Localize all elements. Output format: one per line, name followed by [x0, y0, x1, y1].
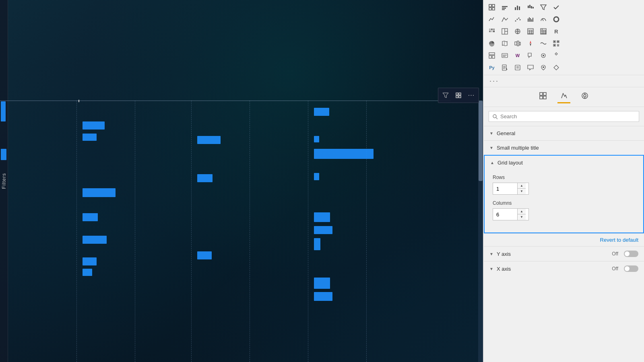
svg-rect-69	[557, 45, 559, 46]
toolbar-icon-mapbox[interactable]	[538, 62, 549, 73]
general-header[interactable]: ▼ General	[484, 126, 644, 140]
x-axis-toggle-thumb	[625, 266, 630, 271]
bar	[83, 236, 107, 244]
svg-rect-34	[489, 31, 491, 32]
svg-marker-19	[541, 5, 546, 10]
svg-marker-59	[530, 41, 531, 43]
reference-line	[0, 101, 451, 101]
toolbar-icon-qa[interactable]	[525, 50, 536, 61]
bar	[83, 269, 92, 276]
svg-rect-83	[515, 65, 520, 70]
toolbar-icon-funnel[interactable]	[538, 2, 549, 13]
chart-scrollbar[interactable]	[478, 101, 483, 362]
grid-layout-header[interactable]: ▲ Grid layout	[485, 156, 643, 170]
toolbar-icon-comment[interactable]	[525, 62, 536, 73]
more-chart-btn[interactable]: ···	[465, 89, 477, 101]
svg-rect-67	[557, 44, 558, 45]
tab-analytics[interactable]	[578, 90, 591, 103]
y-axis-label: Y axis	[497, 251, 609, 257]
r-icon-label: R	[554, 29, 558, 35]
toolbar-icon-line[interactable]	[486, 14, 497, 25]
toolbar-icon-qr[interactable]	[551, 38, 562, 49]
rows-decrement[interactable]: ▼	[518, 189, 526, 194]
toolbar-icon-choropleth[interactable]	[499, 38, 510, 49]
toolbar-icon-shapemap[interactable]	[512, 38, 523, 49]
svg-marker-60	[530, 43, 531, 46]
svg-rect-58	[519, 42, 520, 45]
icon-toolbar: R	[484, 0, 644, 75]
layout-chart-btn[interactable]	[452, 89, 464, 101]
toolbar-icon-paginated[interactable]	[499, 62, 510, 73]
toolbar-icon-compass[interactable]	[525, 38, 536, 49]
toolbar-icon-scatter[interactable]	[512, 14, 523, 25]
toolbar-icon-pie[interactable]	[486, 38, 497, 49]
small-multiple-title-label: Small multiple title	[497, 145, 539, 151]
toolbar-icon-histogram[interactable]	[525, 14, 536, 25]
svg-rect-35	[491, 31, 493, 32]
tab-fields[interactable]	[537, 90, 549, 103]
toolbar-icon-wave[interactable]	[538, 38, 549, 49]
y-axis-toggle[interactable]	[624, 251, 638, 257]
toolbar-icon-column[interactable]	[512, 2, 523, 13]
bar	[83, 121, 105, 130]
toolbar-icon-r[interactable]: R	[551, 26, 562, 37]
svg-point-86	[543, 66, 544, 68]
toolbar-icon-bar[interactable]	[499, 2, 510, 13]
toolbar-icon-powerapps[interactable]: W	[512, 50, 523, 61]
revert-button[interactable]: Revert to default	[484, 234, 644, 246]
columns-input[interactable]	[493, 209, 517, 220]
toolbar-icon-mountain[interactable]	[499, 14, 510, 25]
toolbar-icon-matrix[interactable]	[538, 26, 549, 37]
bar	[314, 238, 320, 250]
toolbar-icon-diamond[interactable]	[551, 62, 562, 73]
columns-increment[interactable]: ▲	[518, 209, 526, 214]
toolbar-icon-smartnarr[interactable]	[499, 50, 510, 61]
scrollbar-thumb[interactable]	[479, 101, 483, 181]
toolbar-icon-heatmap[interactable]	[486, 26, 497, 37]
x-axis-section[interactable]: ▼ X axis Off	[484, 261, 644, 276]
small-multiple-title-section: ▼ Small multiple title	[484, 140, 644, 155]
rows-increment[interactable]: ▲	[518, 183, 526, 189]
svg-rect-70	[489, 53, 495, 55]
columns-decrement[interactable]: ▼	[518, 214, 526, 220]
toolbar-icon-waterfall[interactable]	[525, 2, 536, 13]
svg-point-30	[554, 17, 559, 22]
columns-label: Columns	[493, 200, 635, 206]
toolbar-icon-kpi[interactable]	[486, 50, 497, 61]
bar	[1, 149, 6, 160]
bar	[83, 257, 97, 265]
svg-rect-4	[459, 96, 461, 98]
toolbar-icon-table2[interactable]	[525, 26, 536, 37]
bar	[314, 173, 319, 180]
small-multiple-title-header[interactable]: ▼ Small multiple title	[484, 141, 644, 155]
svg-rect-9	[502, 6, 508, 7]
toolbar-icon-map[interactable]	[512, 26, 523, 37]
svg-rect-68	[558, 44, 559, 45]
grid-col-2	[135, 101, 135, 362]
svg-line-97	[496, 117, 497, 119]
grid-col-3	[191, 101, 192, 362]
svg-rect-33	[493, 29, 495, 30]
pa-icon-label: W	[516, 53, 520, 58]
general-label: General	[497, 130, 515, 136]
toolbar-icon-ring[interactable]	[551, 14, 562, 25]
toolbar-icon-word[interactable]	[512, 62, 523, 73]
search-input[interactable]	[500, 113, 636, 119]
svg-point-93	[584, 95, 586, 97]
x-axis-label: X axis	[497, 266, 609, 272]
svg-rect-62	[554, 41, 555, 42]
toolbar-icon-arcgis[interactable]	[538, 50, 549, 61]
toolbar-icon-treemap[interactable]	[499, 26, 510, 37]
rows-input[interactable]	[493, 183, 517, 194]
svg-rect-8	[492, 8, 495, 10]
rows-spinner: ▲ ▼	[517, 183, 526, 194]
toolbar-icon-check[interactable]	[551, 2, 562, 13]
toolbar-icon-python[interactable]: Py	[486, 62, 497, 73]
filter-chart-btn[interactable]	[440, 89, 452, 101]
toolbar-icon-gauge[interactable]	[538, 14, 549, 25]
toolbar-icon-table[interactable]	[486, 2, 497, 13]
x-axis-toggle[interactable]	[624, 265, 638, 272]
y-axis-section[interactable]: ▼ Y axis Off	[484, 246, 644, 261]
tab-format[interactable]	[557, 90, 570, 103]
toolbar-icon-decomp[interactable]	[551, 50, 562, 61]
